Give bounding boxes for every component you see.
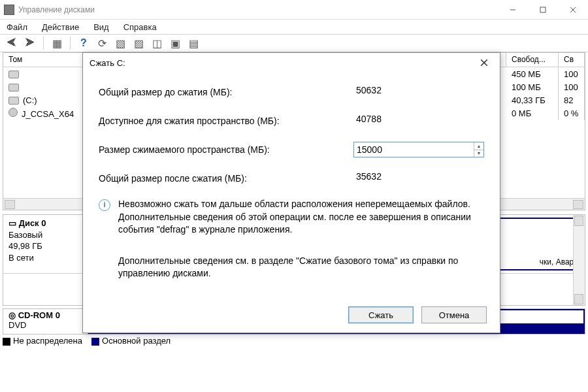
dialog-close-button[interactable]: [475, 54, 493, 72]
dialog-title: Сжать C:: [90, 58, 475, 68]
back-icon[interactable]: ⮜: [5, 37, 18, 50]
menu-file[interactable]: Файл: [7, 22, 27, 32]
label-shrink: Размер сжимаемого пространства (МБ):: [99, 144, 353, 155]
svg-rect-1: [540, 7, 546, 12]
shrink-dialog: Сжать C: Общий размер до сжатия (МБ): 50…: [82, 52, 500, 333]
help-icon[interactable]: ?: [77, 37, 90, 50]
cancel-button[interactable]: Отмена: [421, 306, 487, 323]
value-total-before: 50632: [353, 85, 484, 99]
col-pct[interactable]: Св: [559, 53, 585, 67]
label-total-before: Общий размер до сжатия (МБ):: [99, 87, 353, 97]
close-button[interactable]: [558, 0, 588, 20]
tool-icon-1[interactable]: ▧: [114, 37, 127, 50]
label-available: Доступное для сжатия пространство (МБ):: [99, 116, 353, 126]
disc-icon: [8, 108, 18, 117]
spinner-down-icon[interactable]: ▼: [474, 150, 483, 157]
value-available: 40788: [353, 114, 484, 128]
legend-swatch-unallocated: [3, 338, 10, 346]
tool-icon-3[interactable]: ◫: [150, 37, 163, 50]
disk-info[interactable]: ▭ Диск 0 Базовый 49,98 ГБ В сети: [3, 215, 88, 273]
menu-view[interactable]: Вид: [93, 22, 109, 32]
menubar: Файл Действие Вид Справка: [0, 20, 588, 34]
drive-icon: [8, 97, 19, 105]
scroll-right-icon[interactable]: [573, 200, 583, 209]
legend: Не распределена Основной раздел: [3, 336, 585, 346]
shrink-size-spinner[interactable]: ▲ ▼: [353, 142, 484, 157]
dialog-titlebar: Сжать C:: [83, 53, 500, 73]
cdrom-info[interactable]: ◎ CD-ROM 0 DVD: [3, 309, 88, 334]
tool-icon-5[interactable]: ▤: [187, 37, 200, 50]
toolbar: ⮜ ⮞ ▦ ? ⟳ ▧ ▨ ◫ ▣ ▤: [0, 34, 588, 52]
app-icon: [4, 5, 14, 15]
value-total-after: 35632: [353, 171, 484, 186]
maximize-button[interactable]: [528, 0, 558, 20]
vertical-scrollbar[interactable]: [573, 215, 585, 305]
refresh-icon[interactable]: ⟳: [95, 37, 108, 50]
properties-icon[interactable]: ▦: [50, 37, 63, 50]
drive-icon: [8, 71, 19, 78]
cdrom-icon: ◎: [8, 310, 18, 320]
tool-icon-4[interactable]: ▣: [169, 37, 182, 50]
window-title: Управление дисками: [18, 5, 498, 14]
scroll-down-icon[interactable]: [574, 294, 583, 304]
menu-help[interactable]: Справка: [123, 22, 157, 32]
col-tom[interactable]: Том: [3, 53, 88, 67]
disk-icon: ▭: [8, 218, 19, 228]
info-note: i Невозможно сжать том дальше области ра…: [99, 198, 484, 237]
shrink-button[interactable]: Сжать: [348, 306, 414, 323]
info-icon: i: [99, 199, 110, 211]
label-total-after: Общий размер после сжатия (МБ):: [99, 173, 353, 184]
scroll-up-icon[interactable]: [574, 216, 583, 226]
minimize-button[interactable]: [498, 0, 528, 20]
menu-action[interactable]: Действие: [42, 22, 79, 32]
spinner-up-icon[interactable]: ▲: [474, 142, 483, 150]
tool-icon-2[interactable]: ▨: [132, 37, 145, 50]
forward-icon[interactable]: ⮞: [24, 37, 37, 50]
col-free[interactable]: Свобод...: [506, 53, 559, 67]
help-text: Дополнительные сведения см. в разделе "С…: [118, 255, 484, 280]
legend-swatch-primary: [91, 338, 99, 346]
main-titlebar: Управление дисками: [0, 0, 588, 20]
info-text: Невозможно сжать том дальше области расп…: [118, 198, 484, 237]
drive-icon: [8, 84, 19, 91]
shrink-size-input[interactable]: [354, 142, 474, 157]
scroll-left-icon[interactable]: [5, 200, 15, 209]
